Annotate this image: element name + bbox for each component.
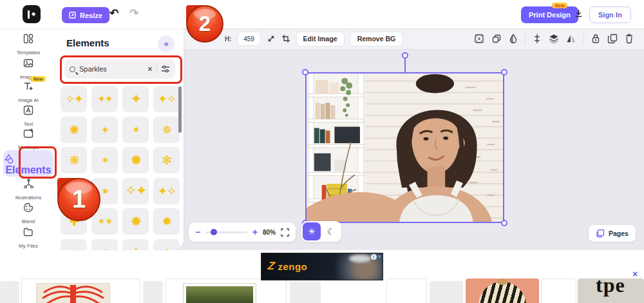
print-design-button[interactable]: Print Design — [521, 6, 578, 23]
template-thumbnail[interactable] — [290, 281, 321, 303]
dark-mode-button[interactable]: ☾ — [322, 222, 340, 240]
resize-handle-top-right[interactable] — [501, 69, 507, 75]
zoom-out-icon[interactable]: − — [195, 228, 200, 237]
sparkle-tile[interactable]: ✦ — [153, 239, 180, 251]
template-thumbnail[interactable] — [166, 279, 287, 303]
flip-icon[interactable] — [566, 34, 576, 43]
search-input[interactable] — [79, 65, 144, 73]
light-mode-button[interactable]: ☀ — [303, 222, 321, 240]
download-icon[interactable] — [574, 8, 583, 18]
lobster-art-thumbnail — [36, 283, 110, 303]
lock-icon[interactable] — [591, 34, 600, 44]
sidebar-item-text[interactable]: Text — [0, 105, 57, 128]
delete-icon[interactable] — [625, 34, 634, 44]
sparkle-tile[interactable]: ✦✧ — [153, 178, 180, 204]
resize-handle-top-left[interactable] — [302, 69, 308, 75]
template-thumbnail[interactable] — [386, 279, 427, 303]
sparkle-tile[interactable]: ✶✶ — [91, 208, 118, 235]
adchoices-info-icon[interactable]: i — [371, 254, 377, 260]
height-label: H: — [225, 35, 232, 43]
elements-icon — [3, 153, 14, 164]
sparkle-tile[interactable]: ✶ — [91, 147, 118, 173]
sparkle-tile[interactable]: ✧ — [122, 239, 149, 251]
fullscreen-icon[interactable] — [281, 228, 289, 237]
duplicate-icon[interactable] — [491, 34, 502, 44]
panel-scrollbar[interactable] — [178, 86, 182, 133]
resize-handle-bottom-right[interactable] — [501, 220, 507, 226]
rotate-handle[interactable] — [402, 52, 408, 59]
crop-icon[interactable] — [281, 34, 290, 43]
sparkle-tile[interactable]: ✦ — [61, 178, 87, 204]
sparkle-tile[interactable]: ✦✦ — [91, 86, 118, 112]
panel-title: Elements — [66, 37, 109, 48]
sidebar-item-mockups[interactable]: Mockups — [0, 128, 57, 152]
ad-close-icon[interactable]: × — [378, 254, 381, 260]
sparkle-tile[interactable]: ✧✦ — [61, 86, 87, 112]
template-thumbnail[interactable] — [21, 279, 140, 303]
template-thumbnail[interactable] — [0, 281, 19, 303]
sparkle-tile[interactable]: ✻ — [153, 147, 180, 173]
sparkles-grid: ✧✦ ✦✦ ✦ ✦✧ ✺ ✦ ✷ ✵ ❋ ✶ ✹ ✻ ✦ ★ ✧✦ ✦✧ ✚ ✶… — [61, 86, 182, 250]
pages-button[interactable]: Pages — [589, 225, 636, 242]
sparkle-tile[interactable]: ✷ — [122, 117, 149, 143]
templates-icon — [23, 34, 33, 44]
sparkle-tile[interactable]: ✵ — [153, 117, 180, 143]
sparkle-tile[interactable]: ✷ — [91, 239, 118, 251]
sidebar-item-my-files[interactable]: My Files — [0, 227, 57, 250]
selfie-photo — [307, 73, 503, 222]
height-input[interactable] — [238, 32, 261, 46]
sidebar-item-elements[interactable]: Elements — [3, 150, 53, 177]
elements-panel: Elements « × ✧✦ ✦✦ ✦ ✦✧ ✺ ✦ ✷ ✵ ❋ ✶ ✹ ✻ … — [57, 28, 184, 250]
typography-thumbnail[interactable]: tpe — [578, 279, 644, 303]
sparkle-tile[interactable]: ❋ — [61, 147, 87, 173]
zebra-head — [497, 279, 507, 285]
top-bar: ◆ Resize ↶ ↷ Print Design New Sign In — [0, 0, 644, 28]
sidebar-item-image-ai[interactable]: Image AI — [0, 81, 57, 104]
strip-close-icon[interactable]: × — [632, 269, 638, 279]
sparkle-tile[interactable]: ★ — [91, 178, 118, 204]
sparkle-tile[interactable]: ✧✦ — [122, 178, 149, 204]
undo-icon[interactable]: ↶ — [109, 6, 118, 20]
sidebar-item-templates[interactable]: Templates — [0, 34, 57, 57]
align-middle-icon[interactable] — [533, 34, 542, 44]
sparkle-tile[interactable]: ✦✧ — [153, 86, 180, 112]
edit-image-button[interactable]: Edit Image — [296, 32, 345, 46]
sign-in-button[interactable]: Sign In — [589, 6, 631, 23]
copy-icon[interactable] — [607, 34, 618, 44]
remove-bg-button[interactable]: Remove BG — [350, 32, 403, 46]
sparkle-tile[interactable]: ✺ — [61, 117, 87, 143]
filter-icon[interactable] — [161, 65, 170, 73]
toolbar-divider — [525, 34, 526, 44]
sparkle-tile[interactable]: ✚ — [61, 208, 87, 235]
template-thumbnail[interactable] — [430, 281, 463, 303]
zoom-slider-handle[interactable] — [211, 229, 217, 235]
sidebar-item-blend[interactable]: Blend — [0, 202, 57, 226]
opacity-drop-icon[interactable] — [509, 34, 518, 44]
sidebar-item-illustrations[interactable]: Illustrations — [0, 179, 57, 202]
collapse-panel-button[interactable]: « — [158, 35, 175, 52]
sparkle-tile[interactable]: ✦ — [61, 239, 87, 251]
sparkle-tile[interactable]: ✹ — [153, 208, 180, 235]
zebra-portrait-thumbnail[interactable] — [466, 279, 539, 303]
layers-icon[interactable] — [549, 34, 559, 44]
clear-search-icon[interactable]: × — [147, 64, 153, 73]
ad-banner[interactable]: Z zengo i × — [261, 253, 383, 280]
sparkle-tile[interactable]: ✹ — [122, 147, 149, 173]
selected-image[interactable] — [305, 72, 504, 223]
redo-icon[interactable]: ↷ — [129, 6, 138, 20]
sidebar-item-images[interactable]: Images — [0, 58, 57, 81]
pages-icon — [596, 229, 605, 238]
zoom-bar: − + 80% — [189, 222, 296, 242]
sparkle-tile[interactable]: ✦ — [122, 86, 149, 112]
app-logo[interactable]: ◆ — [23, 5, 41, 23]
blend-icon — [23, 202, 33, 213]
sparkle-tile[interactable]: ✦ — [91, 117, 118, 143]
resize-button[interactable]: Resize — [62, 7, 109, 23]
expand-icon[interactable] — [267, 34, 276, 43]
position-icon[interactable] — [474, 34, 484, 44]
template-thumbnail[interactable] — [541, 279, 576, 303]
sparkle-tile[interactable]: ✸ — [122, 208, 149, 235]
template-thumbnail[interactable] — [143, 281, 163, 303]
zoom-in-icon[interactable]: + — [252, 228, 258, 237]
zoom-slider[interactable] — [205, 231, 247, 233]
